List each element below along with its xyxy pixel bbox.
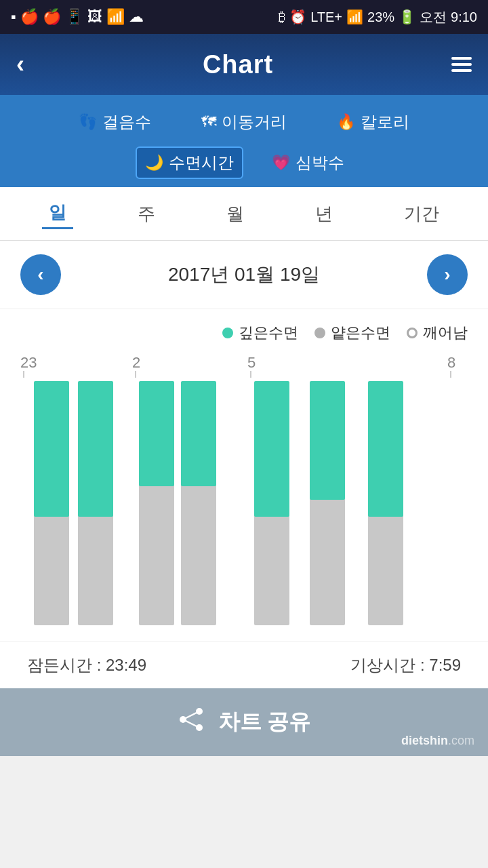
sleep-chart: 23 2 5 8 [14, 354, 474, 639]
svg-text:8: 8 [447, 354, 455, 371]
chart-container: 깊은수면 얕은수면 깨어남 23 2 5 8 [0, 309, 488, 642]
svg-rect-11 [181, 462, 216, 625]
svg-rect-10 [139, 462, 174, 625]
watermark: dietshin.com [401, 734, 474, 748]
menu-line2 [451, 63, 472, 66]
legend-light-dot [314, 328, 325, 338]
svg-line-26 [183, 719, 199, 728]
tab-steps[interactable]: 👣 걸음수 [70, 107, 159, 137]
tab-row1: 👣 걸음수 🗺 이동거리 🔥 칼로리 [14, 107, 474, 137]
legend-wake-dot [407, 328, 418, 338]
menu-line1 [451, 57, 472, 60]
tab-heartrate-label: 심박수 [296, 152, 344, 174]
status-left: ▪ 🍎 🍎 📱 🖼 📶 ☁ [11, 8, 144, 26]
tab-sleep-label: 수면시간 [169, 152, 234, 174]
network-label: LTE+ [310, 9, 342, 25]
tab-calories-label: 칼로리 [361, 111, 409, 133]
tab-distance[interactable]: 🗺 이동거리 [193, 107, 295, 137]
legend-light-label: 얕은수면 [331, 323, 390, 343]
svg-line-25 [183, 711, 199, 719]
tab-row2: 🌙 수면시간 💗 심박수 [14, 146, 474, 187]
period-tabs: 일 주 월 년 기간 [0, 187, 488, 241]
header-title: Chart [203, 50, 273, 79]
tab-distance-label: 이동거리 [222, 111, 287, 133]
bedtime-info: 잠든시간 : 23:49 [27, 654, 146, 676]
charging-icon: 🔋 [399, 9, 415, 25]
tab-calories[interactable]: 🔥 칼로리 [329, 107, 418, 137]
back-button[interactable]: ‹ [16, 50, 24, 79]
svg-text:5: 5 [247, 354, 256, 371]
time-label: 9:10 [451, 9, 477, 25]
chart-svg-wrapper: 23 2 5 8 [14, 354, 474, 642]
signal-bars: 📶 [346, 9, 363, 25]
menu-button[interactable] [451, 57, 472, 72]
next-date-button[interactable]: › [427, 254, 468, 295]
current-date: 2017년 01월 19일 [168, 262, 320, 288]
status-right: ₿ ⏰ LTE+ 📶 23% 🔋 오전 9:10 [279, 8, 477, 26]
svg-rect-21 [368, 381, 403, 517]
legend-wake: 깨어남 [407, 323, 468, 343]
status-icons: ▪ 🍎 🍎 📱 🖼 📶 ☁ [11, 8, 144, 26]
date-nav: ‹ 2017년 01월 19일 › [0, 241, 488, 309]
svg-rect-19 [254, 381, 289, 517]
legend-deep-dot [222, 328, 233, 338]
svg-rect-20 [310, 381, 345, 500]
svg-rect-15 [34, 381, 69, 517]
svg-rect-18 [181, 381, 216, 486]
period-tab-month[interactable]: 월 [220, 199, 251, 229]
period-tab-week[interactable]: 주 [131, 199, 162, 229]
svg-rect-16 [78, 381, 113, 517]
status-bar: ▪ 🍎 🍎 📱 🖼 📶 ☁ ₿ ⏰ LTE+ 📶 23% 🔋 오전 9:10 [0, 0, 488, 34]
menu-line3 [451, 69, 472, 72]
period-tab-range[interactable]: 기간 [397, 199, 446, 229]
period-tab-year[interactable]: 년 [308, 199, 340, 229]
period-tab-day[interactable]: 일 [42, 198, 73, 229]
watermark-text: dietshin [401, 734, 448, 747]
tab-sleep[interactable]: 🌙 수면시간 [136, 146, 243, 179]
steps-icon: 👣 [79, 113, 97, 131]
sleep-icon: 🌙 [145, 154, 163, 172]
sleep-info: 잠든시간 : 23:49 기상시간 : 7:59 [0, 642, 488, 688]
svg-text:23: 23 [20, 354, 37, 371]
calories-icon: 🔥 [337, 113, 355, 131]
prev-date-button[interactable]: ‹ [20, 254, 61, 295]
share-button-label: 차트 공유 [218, 707, 311, 737]
share-icon [178, 706, 205, 739]
legend-wake-label: 깨어남 [423, 323, 468, 343]
svg-rect-17 [139, 381, 174, 486]
alarm-icon: ⏰ [289, 9, 306, 25]
tab-bar-top: 👣 걸음수 🗺 이동거리 🔥 칼로리 🌙 수면시간 💗 심박수 [0, 95, 488, 187]
legend-light: 얕은수면 [314, 323, 390, 343]
legend-deep-label: 깊은수면 [239, 323, 298, 343]
tab-heartrate[interactable]: 💗 심박수 [264, 146, 352, 179]
header: ‹ Chart [0, 34, 488, 95]
chart-legend: 깊은수면 얕은수면 깨어남 [14, 323, 474, 343]
heartrate-icon: 💗 [272, 154, 290, 172]
share-button[interactable]: 차트 공유 dietshin.com [0, 688, 488, 756]
svg-text:2: 2 [132, 354, 140, 371]
waketime-info: 기상시간 : 7:59 [350, 654, 461, 676]
am-label: 오전 [420, 8, 447, 26]
tab-steps-label: 걸음수 [102, 111, 151, 133]
bluetooth-icon: ₿ [279, 9, 285, 25]
distance-icon: 🗺 [201, 113, 216, 131]
legend-deep: 깊은수면 [222, 323, 298, 343]
battery-label: 23% [367, 9, 394, 25]
